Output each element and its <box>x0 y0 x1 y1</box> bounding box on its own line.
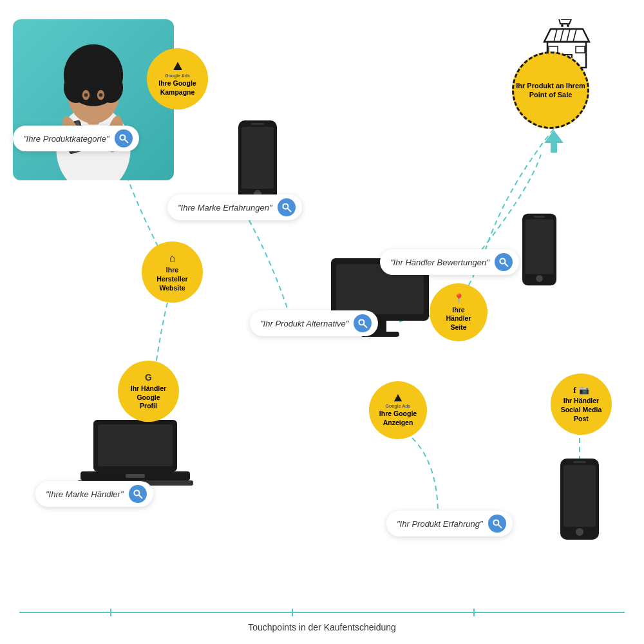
phone-device-1 <box>235 119 280 205</box>
badge-haendler-social-media: f 📷 Ihr HändlerSocial MediaPost <box>551 374 612 435</box>
svg-line-17 <box>567 29 570 42</box>
svg-rect-47 <box>126 474 145 478</box>
badge-google-anzeigen: Google Ads Ihre GoogleAnzeigen <box>369 381 427 439</box>
search-icon-produkt-alternative <box>354 314 372 332</box>
main-canvas: .dashed-line { fill: none; stroke: #5bc8… <box>0 0 644 644</box>
svg-rect-30 <box>251 123 264 125</box>
search-bar-marke-haendler: "Ihre Marke Händler" <box>35 481 153 507</box>
search-text-marke-haendler: "Ihre Marke Händler" <box>46 489 124 499</box>
svg-line-55 <box>504 263 507 267</box>
search-text-haendler-bewertungen: "Ihr Händler Bewertungen" <box>390 258 489 267</box>
hero-image <box>13 19 174 180</box>
svg-point-23 <box>567 24 569 27</box>
svg-rect-28 <box>242 127 274 189</box>
svg-marker-26 <box>394 394 402 401</box>
badge-haendler-seite: 📍 IhreHändlerSeite <box>430 283 488 341</box>
svg-marker-25 <box>173 62 182 70</box>
svg-rect-38 <box>573 461 586 463</box>
svg-line-15 <box>554 29 557 42</box>
badge-haendler-google-profil: G Ihr HändlerGoogleProfil <box>118 361 179 422</box>
badge-google-kampagne: Google Ads Ihre Google Kampagne <box>147 48 208 109</box>
arrow-up-icon <box>544 130 564 155</box>
svg-rect-21 <box>576 46 585 53</box>
search-text-produkt-erfahrung: "Ihr Produkt Erfahrung" <box>397 519 483 529</box>
svg-point-22 <box>561 24 564 27</box>
svg-line-49 <box>124 140 128 143</box>
badge-haendler-google-profil-label: Ihr HändlerGoogleProfil <box>131 384 166 411</box>
search-icon-produktkategorie <box>115 129 133 147</box>
badge-point-of-sale: Ihr Produkt an Ihrem Point of Sale <box>512 52 589 129</box>
svg-line-57 <box>138 495 142 498</box>
search-bar-haendler-bewertungen: "Ihr Händler Bewertungen" <box>380 249 519 275</box>
phone-device-3 <box>557 457 602 544</box>
badge-google-kampagne-label: Ihre Google Kampagne <box>150 79 205 97</box>
svg-rect-34 <box>534 216 545 218</box>
search-icon-marke-erfahrungen <box>278 198 296 216</box>
badge-haendler-social-media-label: Ihr HändlerSocial MediaPost <box>561 397 602 423</box>
badge-hersteller-website: ⌂ IhreHerstellerWebsite <box>142 242 203 303</box>
svg-line-16 <box>560 29 564 42</box>
timeline-tick-1 <box>110 609 111 616</box>
badge-hersteller-website-label: IhreHerstellerWebsite <box>156 266 187 292</box>
timeline-bar <box>19 612 625 613</box>
search-text-produkt-alternative: "Ihr Produkt Alternative" <box>260 319 348 328</box>
timeline-label: Touchpoints in der Kaufentscheidung <box>248 622 396 632</box>
svg-point-8 <box>84 93 88 97</box>
search-icon-produkt-erfahrung <box>488 515 506 533</box>
svg-point-37 <box>576 528 583 536</box>
badge-haendler-seite-label: IhreHändlerSeite <box>446 306 471 332</box>
phone-device-2 <box>518 213 560 289</box>
svg-line-51 <box>287 209 290 212</box>
search-icon-haendler-bewertungen <box>495 253 513 271</box>
svg-rect-44 <box>98 424 173 466</box>
svg-point-9 <box>99 93 103 97</box>
svg-point-33 <box>536 275 543 282</box>
timeline-tick-3 <box>473 609 475 616</box>
badge-google-anzeigen-label: Ihre GoogleAnzeigen <box>379 410 417 427</box>
search-bar-marke-erfahrungen: "Ihre Marke Erfahrungen" <box>167 194 302 220</box>
svg-line-53 <box>364 325 367 328</box>
timeline-tick-2 <box>292 609 293 616</box>
hero-person <box>13 19 174 180</box>
svg-marker-24 <box>544 130 564 153</box>
svg-rect-36 <box>564 465 596 527</box>
search-text-marke-erfahrungen: "Ihre Marke Erfahrungen" <box>178 203 272 213</box>
svg-line-18 <box>573 29 576 42</box>
search-bar-produkt-erfahrung: "Ihr Produkt Erfahrung" <box>386 511 513 536</box>
search-bar-produkt-alternative: "Ihr Produkt Alternative" <box>250 310 378 336</box>
search-text-produktkategorie: "Ihre Produktkategorie" <box>23 134 109 144</box>
svg-line-59 <box>498 525 501 528</box>
search-icon-marke-haendler <box>129 485 147 503</box>
search-bar-produktkategorie: "Ihre Produktkategorie" <box>13 126 139 151</box>
svg-rect-32 <box>525 220 553 274</box>
